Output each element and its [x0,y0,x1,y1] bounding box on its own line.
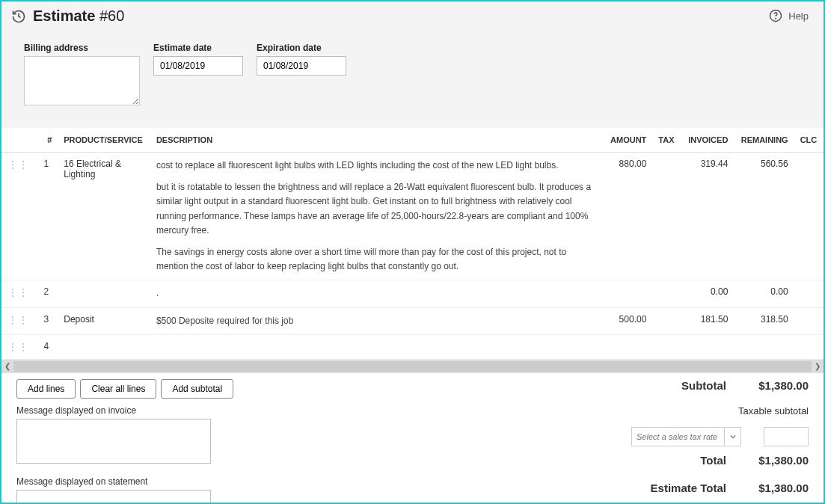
line-items-table: # PRODUCT/SERVICE DESCRIPTION AMOUNT TAX… [1,128,824,360]
tax-cell[interactable] [652,153,681,280]
drag-handle-icon[interactable]: ⋮⋮ [1,334,35,359]
table-row[interactable]: ⋮⋮4 [1,334,824,359]
header-bar: Estimate #60 Help [1,1,824,28]
subtotal-value: $1,380.00 [756,379,809,392]
total-label: Total [700,454,726,467]
estimate-date-input[interactable] [153,56,243,76]
sales-tax-select[interactable] [631,427,725,446]
message-invoice-label: Message displayed on invoice [16,405,211,416]
col-remaining: REMAINING [734,128,794,153]
row-number: 3 [35,307,58,334]
estimate-total-value: $1,380.00 [756,482,809,494]
remaining-cell[interactable] [734,334,794,359]
product-cell[interactable]: 16 Electrical & Lighting [58,153,150,280]
expiration-date-input[interactable] [257,56,346,76]
info-section: Billing address Estimate date Expiration… [1,28,824,128]
col-amount: AMOUNT [599,128,652,153]
invoiced-cell[interactable]: 0.00 [681,280,734,307]
estimate-date-label: Estimate date [153,43,243,53]
amount-cell[interactable] [599,280,652,307]
amount-cell[interactable] [599,334,652,359]
table-header-row: # PRODUCT/SERVICE DESCRIPTION AMOUNT TAX… [1,128,824,153]
description-cell[interactable]: $500 Deposite required for this job [150,307,599,334]
scroll-track[interactable] [13,361,812,372]
description-cell[interactable]: . [150,280,599,307]
horizontal-scrollbar[interactable]: ❮ ❯ [1,360,824,373]
product-cell[interactable] [58,280,150,307]
col-clc: CLC [794,128,824,153]
svg-point-1 [776,18,776,19]
col-tax: TAX [652,128,681,153]
clc-cell[interactable] [794,307,824,334]
table-row[interactable]: ⋮⋮3Deposit$500 Deposite required for thi… [1,307,824,334]
add-subtotal-button[interactable]: Add subtotal [161,379,233,399]
help-link[interactable]: Help [769,9,809,24]
row-number: 1 [35,153,58,280]
total-value: $1,380.00 [756,454,809,467]
add-lines-button[interactable]: Add lines [16,379,76,399]
col-invoiced: INVOICED [681,128,734,153]
message-invoice-input[interactable] [16,419,211,464]
estimate-total-label: Estimate Total [651,482,726,494]
description-cell[interactable] [150,334,599,359]
invoiced-cell[interactable]: 181.50 [681,307,734,334]
tax-cell[interactable] [652,280,681,307]
description-cell[interactable]: cost to replace all fluorescent light bu… [150,153,599,280]
product-cell[interactable]: Deposit [58,307,150,334]
invoiced-cell[interactable]: 319.44 [681,153,734,280]
clc-cell[interactable] [794,153,824,280]
clc-cell[interactable] [794,334,824,359]
drag-handle-icon[interactable]: ⋮⋮ [1,307,35,334]
col-description: DESCRIPTION [150,128,599,153]
billing-address-label: Billing address [24,43,140,53]
scroll-right-icon[interactable]: ❯ [815,362,821,370]
invoiced-cell[interactable] [681,334,734,359]
drag-handle-icon[interactable]: ⋮⋮ [1,280,35,307]
col-hash: # [35,128,58,153]
chevron-down-icon [730,434,736,440]
clc-cell[interactable] [794,280,824,307]
amount-cell[interactable]: 500.00 [599,307,652,334]
history-icon[interactable] [10,8,27,25]
row-number: 4 [35,334,58,359]
sales-tax-dropdown-button[interactable] [725,427,741,446]
clear-all-lines-button[interactable]: Clear all lines [80,379,156,399]
help-icon [769,9,784,24]
billing-address-input[interactable] [24,56,140,105]
drag-handle-icon[interactable]: ⋮⋮ [1,153,35,280]
message-statement-label: Message displayed on statement [16,476,211,487]
subtotal-label: Subtotal [681,379,726,392]
remaining-cell[interactable]: 318.50 [734,307,794,334]
remaining-cell[interactable]: 0.00 [734,280,794,307]
expiration-date-label: Expiration date [257,43,346,53]
taxable-subtotal-label: Taxable subtotal [738,405,809,417]
scroll-left-icon[interactable]: ❮ [4,362,10,370]
line-action-buttons: Add lines Clear all lines Add subtotal [16,379,233,399]
table-row[interactable]: ⋮⋮2.0.000.00 [1,280,824,307]
product-cell[interactable] [58,334,150,359]
tax-cell[interactable] [652,334,681,359]
table-row[interactable]: ⋮⋮116 Electrical & Lightingcost to repla… [1,153,824,280]
tax-amount-input[interactable] [764,427,809,446]
page-title: Estimate #60 [33,7,124,25]
message-statement-input[interactable] [16,490,211,503]
col-product: PRODUCT/SERVICE [58,128,150,153]
row-number: 2 [35,280,58,307]
tax-cell[interactable] [652,307,681,334]
amount-cell[interactable]: 880.00 [599,153,652,280]
remaining-cell[interactable]: 560.56 [734,153,794,280]
